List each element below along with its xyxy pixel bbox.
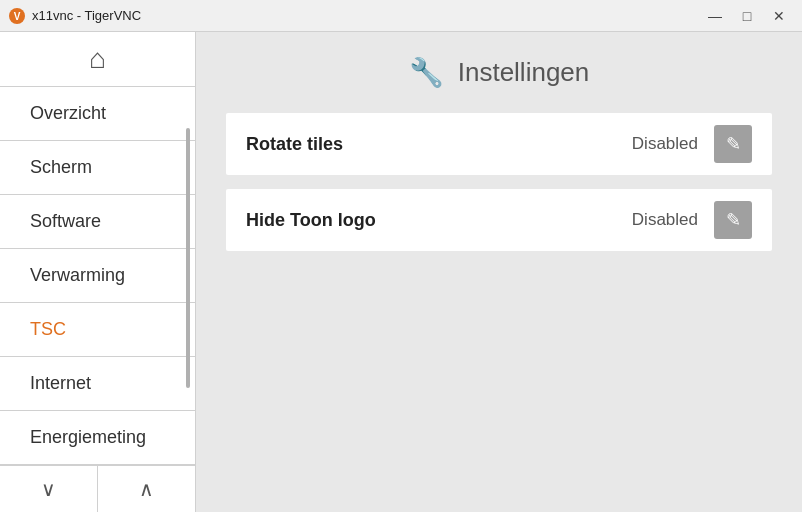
- chevron-up-icon: ∧: [139, 477, 154, 501]
- window-title: x11vnc - TigerVNC: [32, 8, 141, 23]
- close-button[interactable]: ✕: [764, 4, 794, 28]
- settings-container: Rotate tilesDisabled✎Hide Toon logoDisab…: [226, 113, 772, 251]
- sidebar-item-software[interactable]: Software: [0, 195, 195, 249]
- minimize-button[interactable]: —: [700, 4, 730, 28]
- sidebar-item-verwarming[interactable]: Verwarming: [0, 249, 195, 303]
- chevron-down-icon: ∨: [41, 477, 56, 501]
- title-bar-left: V x11vnc - TigerVNC: [8, 7, 141, 25]
- settings-row-hide-toon-logo: Hide Toon logoDisabled✎: [226, 189, 772, 251]
- title-bar-controls: — □ ✕: [700, 4, 794, 28]
- edit-icon: ✎: [726, 133, 741, 155]
- content-title: Instellingen: [458, 57, 590, 88]
- sidebar-scrollbar: [186, 128, 190, 388]
- sidebar: ⌂ OverzichtSchermSoftwareVerwarmingTSCIn…: [0, 32, 196, 512]
- sidebar-item-scherm[interactable]: Scherm: [0, 141, 195, 195]
- main-container: ⌂ OverzichtSchermSoftwareVerwarmingTSCIn…: [0, 32, 802, 512]
- settings-edit-button-rotate-tiles[interactable]: ✎: [714, 125, 752, 163]
- home-icon: ⌂: [89, 43, 106, 75]
- settings-edit-button-hide-toon-logo[interactable]: ✎: [714, 201, 752, 239]
- sidebar-nav-up[interactable]: ∧: [98, 466, 195, 512]
- settings-value-hide-toon-logo: Disabled: [632, 210, 698, 230]
- sidebar-item-internet[interactable]: Internet: [0, 357, 195, 411]
- content-header: 🔧 Instellingen: [226, 32, 772, 113]
- sidebar-nav-down[interactable]: ∨: [0, 466, 98, 512]
- sidebar-item-tsc[interactable]: TSC: [0, 303, 195, 357]
- settings-label-hide-toon-logo: Hide Toon logo: [246, 210, 632, 231]
- svg-text:V: V: [14, 11, 21, 22]
- maximize-button[interactable]: □: [732, 4, 762, 28]
- wrench-icon: 🔧: [409, 56, 444, 89]
- settings-label-rotate-tiles: Rotate tiles: [246, 134, 632, 155]
- sidebar-items-container: OverzichtSchermSoftwareVerwarmingTSCInte…: [0, 87, 195, 465]
- sidebar-home[interactable]: ⌂: [0, 32, 195, 87]
- title-bar: V x11vnc - TigerVNC — □ ✕: [0, 0, 802, 32]
- sidebar-item-energiemeting[interactable]: Energiemeting: [0, 411, 195, 465]
- sidebar-bottom: ∨ ∧: [0, 465, 195, 512]
- settings-value-rotate-tiles: Disabled: [632, 134, 698, 154]
- app-icon: V: [8, 7, 26, 25]
- settings-row-rotate-tiles: Rotate tilesDisabled✎: [226, 113, 772, 175]
- edit-icon: ✎: [726, 209, 741, 231]
- content-area: 🔧 Instellingen Rotate tilesDisabled✎Hide…: [196, 32, 802, 512]
- sidebar-item-overzicht[interactable]: Overzicht: [0, 87, 195, 141]
